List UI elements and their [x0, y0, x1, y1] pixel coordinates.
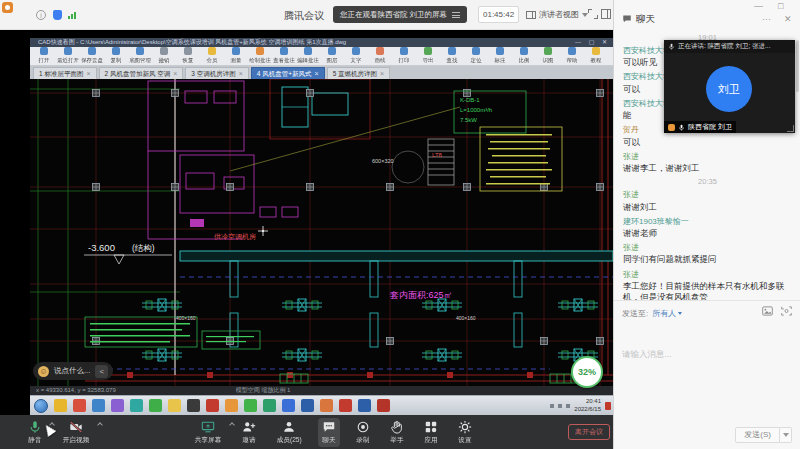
- taskbar-app-icon[interactable]: [244, 399, 257, 412]
- taskbar-app-icon[interactable]: [339, 399, 352, 412]
- cad-drawing-tab[interactable]: 5 直燃机房详图 ×: [327, 67, 391, 79]
- meeting-window: i 腾讯会议 您正在观看陕西省院 刘卫的屏幕 01:45:42 演讲者视图 CA…: [0, 0, 800, 449]
- cad-drawing-tab[interactable]: 4 风机盘管+新风式 ×: [251, 67, 325, 79]
- tab-close-icon[interactable]: ×: [315, 68, 319, 80]
- caption-placeholder[interactable]: 说点什么...: [54, 366, 90, 376]
- cad-ribbon-button[interactable]: 教程: [584, 47, 608, 65]
- taskbar-app-icon[interactable]: [187, 399, 200, 412]
- cad-ribbon-button[interactable]: 绘制批注: [248, 47, 272, 65]
- toolbar-button[interactable]: 录制: [352, 418, 374, 447]
- chat-input[interactable]: [620, 324, 794, 384]
- cad-ribbon-button[interactable]: 底图管理: [128, 47, 152, 65]
- taskbar-app-icon[interactable]: [320, 399, 333, 412]
- send-button[interactable]: 发送(S): [735, 427, 780, 443]
- taskbar-app-icon[interactable]: [263, 399, 276, 412]
- security-shield-icon[interactable]: [53, 10, 62, 20]
- cad-drawing-tab[interactable]: 2 风机盘管加新风 空调 ×: [99, 67, 184, 79]
- cad-ribbon-button[interactable]: 定位: [464, 47, 488, 65]
- cad-drawing-canvas[interactable]: K-DB-1 L=1000m³/h 7.5kW: [30, 79, 613, 386]
- taskbar-app-icon[interactable]: [54, 399, 67, 412]
- cad-ribbon-button[interactable]: 保存云盘: [80, 47, 104, 65]
- taskbar-clock[interactable]: 20:412022/6/15: [574, 398, 601, 413]
- taskbar-app-icon[interactable]: [168, 399, 181, 412]
- taskbar-app-icon[interactable]: [301, 399, 314, 412]
- banner-menu-icon[interactable]: [452, 12, 460, 18]
- taskbar-app-icon[interactable]: [92, 399, 105, 412]
- cad-ribbon-button[interactable]: 标注: [488, 47, 512, 65]
- cad-ribbon-button[interactable]: 文字: [344, 47, 368, 65]
- tab-close-icon[interactable]: ×: [86, 68, 90, 80]
- image-icon[interactable]: [762, 306, 773, 316]
- cad-ribbon-button[interactable]: 最近打开: [56, 47, 80, 65]
- taskbar-app-icon[interactable]: [282, 399, 295, 412]
- cad-ribbon-button[interactable]: 撤销: [152, 47, 176, 65]
- chat-more-button[interactable]: ···: [762, 14, 771, 24]
- cad-ribbon-icon: [544, 47, 552, 55]
- cad-ribbon-button[interactable]: 打印: [392, 47, 416, 65]
- quick-caption-bar[interactable]: ☺ 说点什么... <: [33, 362, 113, 380]
- watching-banner: 您正在观看陕西省院 刘卫的屏幕: [333, 6, 467, 23]
- cad-ribbon-button[interactable]: 帮助: [560, 47, 584, 65]
- cad-ribbon-button[interactable]: 比例: [512, 47, 536, 65]
- chevron-up-icon[interactable]: [229, 422, 235, 428]
- toolbar-button[interactable]: 成员(25): [272, 418, 306, 447]
- network-signal-icon[interactable]: [68, 12, 76, 19]
- toolbar-button[interactable]: 静音: [24, 418, 46, 447]
- cad-ribbon-button[interactable]: 识图: [536, 47, 560, 65]
- taskbar-app-icon[interactable]: [206, 399, 219, 412]
- toolbar-button[interactable]: 开启视频: [58, 418, 94, 447]
- cad-ribbon-icon: [112, 47, 120, 55]
- toolbar-button[interactable]: 举手: [386, 418, 408, 447]
- cad-ribbon-button[interactable]: 打开: [32, 47, 56, 65]
- toolbar-button[interactable]: 聊天: [318, 418, 340, 447]
- tray-icon[interactable]: [558, 404, 562, 408]
- send-options-button[interactable]: [780, 427, 792, 443]
- speed-badge[interactable]: 32%: [571, 356, 603, 388]
- resize-handle[interactable]: [787, 125, 794, 132]
- tab-close-icon[interactable]: ×: [239, 68, 243, 80]
- collapse-button[interactable]: <: [95, 365, 108, 378]
- cad-ribbon-button[interactable]: 查找: [440, 47, 464, 65]
- tab-close-icon[interactable]: ×: [173, 68, 177, 80]
- toolbar-button[interactable]: 应用: [420, 418, 442, 447]
- screenshot-icon[interactable]: [781, 306, 792, 316]
- cad-drawing-tab[interactable]: 3 空调机房详图 ×: [185, 67, 249, 79]
- taskbar-app-icon[interactable]: [73, 399, 86, 412]
- emoji-icon[interactable]: ☺: [38, 366, 49, 377]
- taskbar-app-icon[interactable]: [377, 399, 390, 412]
- toolbar-button[interactable]: 邀请: [238, 418, 260, 447]
- fullscreen-icon[interactable]: [588, 9, 598, 19]
- side-panel-toggle-icon[interactable]: [601, 9, 611, 19]
- taskbar-app-icon[interactable]: [111, 399, 124, 412]
- cad-ribbon-button[interactable]: 导出: [416, 47, 440, 65]
- tray-icon[interactable]: [566, 404, 570, 408]
- cad-ribbon-button[interactable]: 测量: [224, 47, 248, 65]
- cad-ribbon-button[interactable]: 编辑批注: [296, 47, 320, 65]
- cad-ribbon-button[interactable]: 画线: [368, 47, 392, 65]
- cad-ribbon-button[interactable]: 复制: [104, 47, 128, 65]
- cad-drawing-tab[interactable]: 1 标准层平面图 ×: [33, 67, 97, 79]
- start-button[interactable]: [34, 399, 48, 413]
- toolbar-button[interactable]: 设置: [454, 418, 476, 447]
- cad-window-buttons[interactable]: — ▢ ✕: [575, 38, 610, 47]
- tab-close-icon[interactable]: ×: [380, 68, 384, 80]
- meeting-info-icon[interactable]: i: [36, 10, 46, 20]
- tray-icon[interactable]: [550, 404, 554, 408]
- taskbar-app-icon[interactable]: [225, 399, 238, 412]
- chat-close-button[interactable]: ✕: [784, 14, 792, 24]
- send-to-selector[interactable]: 所有人: [652, 308, 682, 319]
- toolbar-button[interactable]: 共享屏幕: [190, 418, 226, 447]
- chat-scrollbar[interactable]: [796, 40, 799, 92]
- view-mode-switch[interactable]: 演讲者视图: [526, 6, 588, 23]
- taskbar-app-icon[interactable]: [358, 399, 371, 412]
- speaker-video-thumbnail[interactable]: 正在讲话: 陕西省院 刘卫; 张进... 刘卫 陕西省院 刘卫: [664, 40, 795, 133]
- leave-meeting-button[interactable]: 离开会议: [568, 424, 610, 440]
- taskbar-app-icon[interactable]: [130, 399, 143, 412]
- cad-ribbon-button[interactable]: 查看批注: [272, 47, 296, 65]
- cad-ribbon-button[interactable]: 恢复: [176, 47, 200, 65]
- cad-ribbon-button[interactable]: 会员: [200, 47, 224, 65]
- chevron-up-icon[interactable]: [97, 422, 103, 428]
- cad-ribbon-button[interactable]: 图层: [320, 47, 344, 65]
- notification-flag-icon[interactable]: [605, 402, 611, 410]
- taskbar-app-icon[interactable]: [149, 399, 162, 412]
